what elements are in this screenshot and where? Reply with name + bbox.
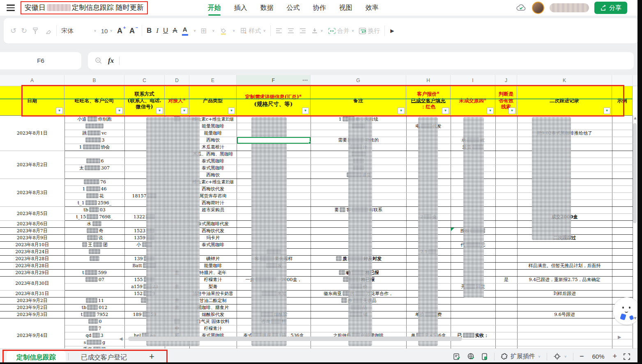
cell-f[interactable]: [237, 192, 311, 199]
cell-date[interactable]: 2023年8月29日: [0, 269, 64, 276]
zoom-level[interactable]: 60%: [590, 353, 606, 360]
cell-g[interactable]: 品: [311, 304, 406, 311]
cell-g[interactable]: 退货: [311, 172, 406, 179]
cell-k[interactable]: [517, 220, 612, 227]
cell-h[interactable]: [406, 151, 451, 158]
cell-j[interactable]: [495, 290, 517, 297]
cell-k[interactable]: 到样后跟进: [517, 290, 612, 297]
cell-h[interactable]: [406, 255, 451, 262]
hamburger-menu-icon[interactable]: [7, 5, 15, 11]
cell-h[interactable]: [406, 241, 451, 248]
cell-d[interactable]: 意: [165, 269, 189, 276]
cell-c[interactable]: [124, 220, 165, 227]
cell-d[interactable]: [165, 179, 189, 185]
cell-d[interactable]: [165, 220, 189, 227]
cell-i[interactable]: [451, 192, 495, 199]
cell-g[interactable]: [311, 123, 406, 130]
filter-icon[interactable]: ▼: [302, 108, 309, 114]
zoom-in-button[interactable]: +: [612, 352, 617, 361]
cell-k[interactable]: [517, 123, 612, 130]
column-letter-H[interactable]: H: [406, 75, 451, 86]
cell-g[interactable]: [311, 213, 406, 220]
mobile-view-icon[interactable]: [481, 353, 488, 360]
cell-e[interactable]: 西梅饮代发: [189, 227, 237, 234]
cell-j[interactable]: [495, 297, 517, 304]
cell-j[interactable]: [495, 269, 517, 276]
cell-d[interactable]: [165, 199, 189, 206]
cell-f[interactable]: [237, 213, 311, 220]
cell-l[interactable]: [612, 199, 633, 206]
borders-button[interactable]: ⊞: [200, 27, 207, 34]
cell-l[interactable]: [612, 262, 633, 269]
cell-i[interactable]: 无回复: [451, 283, 495, 290]
cell-i[interactable]: [451, 269, 495, 276]
share-button[interactable]: 分享: [594, 2, 627, 14]
cell-f[interactable]: 一盒，2000盒，: [237, 276, 311, 283]
cell-h[interactable]: [406, 179, 451, 185]
cell-f[interactable]: 发: [237, 262, 311, 269]
cell-e[interactable]: 维生素c+维生素E烟: [189, 179, 237, 185]
horizontal-scrollbar[interactable]: [128, 337, 462, 341]
cell-f[interactable]: [237, 144, 311, 151]
cell-k[interactable]: [517, 241, 612, 248]
data-validation-icon[interactable]: [453, 353, 461, 360]
cell-i[interactable]: [451, 116, 495, 123]
cell-j[interactable]: [495, 234, 517, 241]
strikethrough-button[interactable]: A: [173, 27, 177, 35]
filter-icon[interactable]: ▼: [181, 108, 188, 114]
cell-e[interactable]: 烟酰胺代发: [189, 311, 237, 318]
cell-e[interactable]: 柠檬青汁: [189, 325, 237, 332]
cell-d[interactable]: 意: [165, 283, 189, 290]
cell-i[interactable]: [451, 165, 495, 172]
filter-icon[interactable]: ▼: [509, 108, 515, 114]
cell-j[interactable]: [495, 151, 517, 158]
cell-b[interactable]: [64, 283, 124, 290]
cell-j[interactable]: [495, 213, 517, 220]
cell-k[interactable]: [517, 151, 612, 158]
filter-icon[interactable]: ▼: [442, 108, 449, 114]
cell-h[interactable]: [406, 158, 451, 165]
cell-d[interactable]: [165, 151, 189, 158]
cell-c[interactable]: 155: [124, 276, 165, 283]
cell-j[interactable]: [495, 137, 517, 144]
column-letter-G[interactable]: G: [311, 75, 406, 86]
cell-g[interactable]: [311, 234, 406, 241]
cell-c[interactable]: [124, 172, 165, 179]
extensions-button[interactable]: 扩展插件 ∨: [501, 353, 541, 360]
cell-e[interactable]: 甘油二酯定制: [189, 297, 237, 304]
chevron-down-icon[interactable]: ∨: [232, 29, 235, 32]
cell-i[interactable]: [451, 325, 495, 332]
align-right-button[interactable]: [299, 28, 306, 34]
cell-b[interactable]: 跳vc: [64, 130, 124, 137]
cell-f[interactable]: 咨询料: [237, 318, 311, 325]
cell-f[interactable]: [237, 179, 311, 185]
cell-d[interactable]: [165, 192, 189, 199]
cell-d[interactable]: [165, 123, 189, 130]
cell-i[interactable]: [451, 311, 495, 318]
cell-b[interactable]: 花: [64, 192, 124, 199]
cell-l[interactable]: [612, 276, 633, 283]
cell-c[interactable]: [124, 158, 165, 165]
cell-date[interactable]: 2023年8月24日: [0, 248, 64, 255]
cell-e[interactable]: 泰式黑咖啡代发: [189, 220, 237, 227]
cell-d[interactable]: [165, 234, 189, 241]
header-h[interactable]: 客户报价*已成交客户填充：红色▼: [406, 86, 451, 116]
cell-h[interactable]: [406, 304, 451, 311]
filter-icon[interactable]: ▼: [398, 108, 405, 114]
cell-f[interactable]: [237, 185, 311, 192]
cell-j[interactable]: [495, 199, 517, 206]
formula-bar[interactable]: fx: [88, 52, 634, 69]
cell-l[interactable]: [612, 290, 633, 297]
cell-i[interactable]: [451, 297, 495, 304]
cell-b[interactable]: 3: [64, 137, 124, 144]
format-painter-icon[interactable]: [32, 27, 39, 34]
wrap-text-button[interactable]: 换行: [359, 27, 380, 35]
cell-d[interactable]: 意: [165, 297, 189, 304]
cell-c[interactable]: [124, 123, 165, 130]
cell-g[interactable]: 步无该品: [311, 297, 406, 304]
cell-c[interactable]: [124, 165, 165, 172]
cell-g[interactable]: [311, 318, 406, 325]
chevron-down-icon[interactable]: ∨: [212, 29, 215, 32]
cell-j[interactable]: [495, 311, 517, 318]
cell-h[interactable]: [406, 262, 451, 269]
